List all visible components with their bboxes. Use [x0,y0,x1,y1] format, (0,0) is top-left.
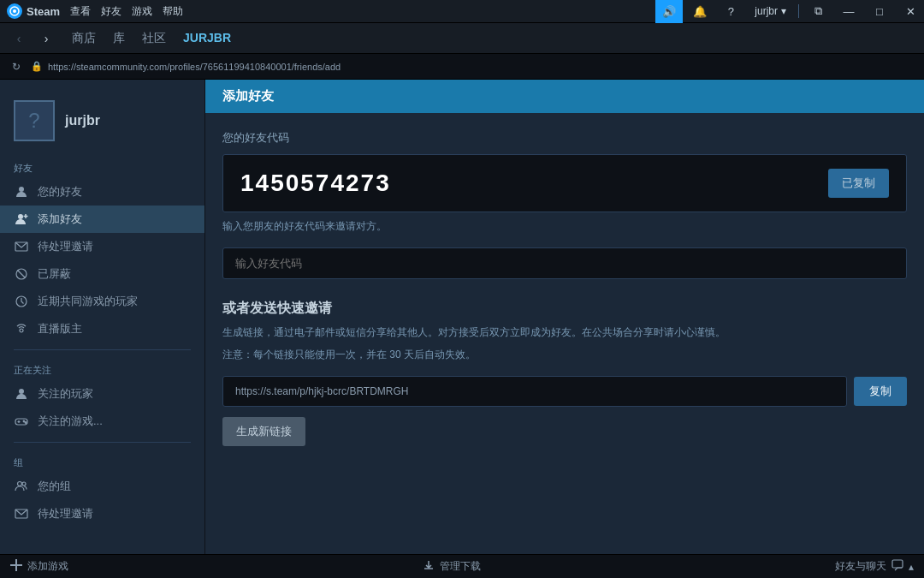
friend-code-number: 1450574273 [240,170,391,197]
forward-button[interactable]: › [36,28,56,49]
lock-icon: 🔒 [31,61,43,72]
url-display[interactable]: https://steamcommunity.com/profiles/7656… [48,62,917,72]
main-layout: ? jurjbr 好友 您的好友 添加好友 待处理邀请 [0,80,924,554]
generate-link-button[interactable]: 生成新链接 [222,417,305,446]
sidebar-item-followed-players[interactable]: 关注的玩家 [0,380,204,408]
close-button[interactable]: ✕ [897,0,924,23]
svg-point-11 [19,389,24,394]
titlebar-right: 🔊 🔔 ? jurjbr ▾ ⧉ — □ ✕ [655,0,924,23]
help-button[interactable]: ? [717,0,744,23]
avatar-placeholder: ? [28,109,39,133]
block-icon [14,266,29,282]
menu-help[interactable]: 帮助 [163,4,183,19]
titlebar-left: Steam 查看 好友 游戏 帮助 [7,3,183,19]
controller-icon [14,414,29,429]
tab-profile[interactable]: JURJBR [181,27,233,50]
sidebar-item-streamer[interactable]: 直播版主 [0,315,204,343]
steam-icon [7,3,22,19]
content-body: 您的好友代码 1450574273 已复制 输入您朋友的好友代码来邀请对方。 或… [205,113,924,463]
divider-1 [14,349,191,350]
sidebar-item-recent-players[interactable]: 近期共同游戏的玩家 [0,288,204,315]
svg-point-17 [18,482,22,486]
sidebar-item-label: 关注的玩家 [38,386,93,402]
menu-friends[interactable]: 好友 [101,4,121,19]
sidebar-item-label: 直播版主 [38,321,82,337]
sidebar-item-add-friend[interactable]: 添加好友 [0,206,204,233]
add-game-button[interactable]: 添加游戏 [10,559,68,574]
sidebar-item-label: 待处理邀请 [38,239,93,254]
tab-store[interactable]: 商店 [70,27,98,50]
speaker-button[interactable]: 🔊 [655,0,683,23]
sidebar-item-label: 已屏蔽 [38,266,71,282]
broadcast-icon [14,321,29,337]
quick-invite-note: 注意：每个链接只能使用一次，并在 30 天后自动失效。 [222,348,907,362]
svg-rect-22 [892,560,903,568]
separator [798,4,799,18]
clock-icon [14,294,29,309]
minimize-button[interactable]: — [835,0,862,23]
svg-point-1 [13,9,16,13]
mail-icon [14,239,29,254]
copied-button[interactable]: 已复制 [828,169,889,198]
steam-logo: Steam [7,3,60,19]
bell-button[interactable]: 🔔 [686,0,714,23]
sidebar-item-your-groups[interactable]: 您的组 [0,473,204,500]
groups-icon [14,479,29,494]
avatar: ? [14,100,55,141]
navbar: ‹ › 商店 库 社区 JURJBR [0,23,924,54]
sidebar-item-label: 添加好友 [38,212,82,227]
quick-invite-desc: 生成链接，通过电子邮件或短信分享给其他人。对方接受后双方立即成为好友。在公共场合… [222,325,907,341]
addressbar: ↻ 🔒 https://steamcommunity.com/profiles/… [0,54,924,80]
sidebar-item-label: 您的组 [38,479,71,494]
profile-section: ? jurjbr [0,93,204,155]
add-game-label: 添加游戏 [27,559,68,574]
sidebar-username: jurjbr [65,113,100,128]
svg-point-2 [19,187,24,192]
friend-code-input[interactable] [222,247,907,279]
username-label: jurjbr [755,5,778,17]
friends-chat-label: 好友与聊天 [835,559,886,574]
section-following-label: 正在关注 [0,357,204,380]
steam-label: Steam [27,5,60,18]
hint-text: 输入您朋友的好友代码来邀请对方。 [222,219,907,234]
sidebar-item-label: 待处理邀请 [38,506,93,521]
sidebar-item-label: 关注的游戏... [38,414,103,429]
tab-community[interactable]: 社区 [140,27,168,50]
sidebar-item-pending-invites[interactable]: 待处理邀请 [0,233,204,260]
friends-chat-button[interactable]: 好友与聊天 ▴ [835,559,914,574]
link-copy-row: https://s.team/p/hjkj-bcrc/BRTDMRGH 复制 [222,376,907,407]
sidebar-item-label: 近期共同游戏的玩家 [38,294,138,309]
invite-link-display: https://s.team/p/hjkj-bcrc/BRTDMRGH [222,376,847,407]
user-button[interactable]: jurjbr ▾ [748,0,793,23]
menu-view[interactable]: 查看 [70,4,91,19]
sidebar: ? jurjbr 好友 您的好友 添加好友 待处理邀请 [0,80,205,554]
quick-invite-title: 或者发送快速邀请 [222,300,907,318]
person-icon [14,184,29,200]
menu-games[interactable]: 游戏 [132,4,152,19]
footer: 添加游戏 管理下载 好友与聊天 ▴ [0,554,924,578]
maximize-button[interactable]: □ [866,0,893,23]
download-icon [423,559,435,574]
copy-link-button[interactable]: 复制 [854,377,907,406]
sidebar-item-group-pending[interactable]: 待处理邀请 [0,500,204,527]
section-groups-label: 组 [0,450,204,473]
chevron-down-icon: ▾ [781,5,786,17]
manage-downloads-label: 管理下载 [440,559,481,574]
sidebar-item-your-friends[interactable]: 您的好友 [0,178,204,206]
monitor-button[interactable]: ⧉ [804,0,832,23]
tab-library[interactable]: 库 [111,27,127,50]
svg-point-18 [22,482,26,486]
section-friends-label: 好友 [0,155,204,178]
back-button[interactable]: ‹ [9,28,29,49]
chevron-up-icon: ▴ [909,561,914,573]
svg-point-15 [23,420,25,422]
friend-code-section-title: 您的好友代码 [222,130,907,146]
manage-downloads-button[interactable]: 管理下载 [423,559,481,574]
group-mail-icon [14,506,29,521]
add-person-icon [14,212,29,227]
sidebar-item-followed-games[interactable]: 关注的游戏... [0,408,204,435]
refresh-button[interactable]: ↻ [7,57,26,76]
sidebar-item-blocked[interactable]: 已屏蔽 [0,260,204,288]
add-game-icon [10,559,22,574]
sidebar-item-label: 您的好友 [38,184,82,200]
